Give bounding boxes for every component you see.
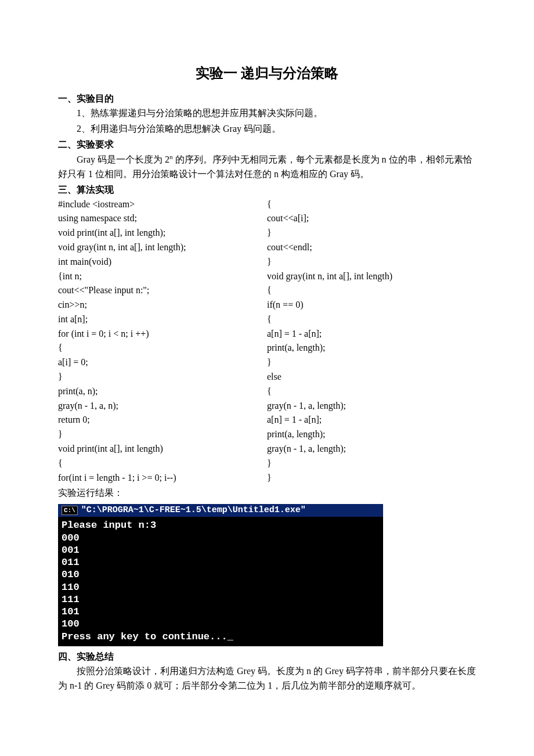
section-1-item-1: 1、熟练掌握递归与分治策略的思想并应用其解决实际问题。: [58, 106, 476, 121]
page-title: 实验一 递归与分治策略: [58, 64, 476, 82]
terminal-titlebar: C:\ "C:\PROGRA~1\C-FREE~1.5\temp\Untitle…: [58, 504, 383, 517]
terminal-title-text: "C:\PROGRA~1\C-FREE~1.5\temp\Untitled1.e…: [81, 505, 306, 515]
document-page: 实验一 递归与分治策略 一、实验目的 1、熟练掌握递归与分治策略的思想并应用其解…: [0, 0, 534, 729]
terminal-output-text: Please input n:3 000 001 011 010 110 111…: [62, 520, 233, 642]
terminal-window: C:\ "C:\PROGRA~1\C-FREE~1.5\temp\Untitle…: [58, 504, 383, 646]
code-column-right: { cout<<a[i]; } cout<<endl; } void gray(…: [267, 197, 476, 485]
section-3-heading: 三、算法实现: [58, 184, 476, 196]
section-1-heading: 一、实验目的: [58, 93, 476, 105]
terminal-output: Please input n:3 000 001 011 010 110 111…: [58, 517, 383, 643]
sec2-text-a: Gray 码是一个长度为 2: [77, 154, 169, 164]
section-2-heading: 二、实验要求: [58, 139, 476, 151]
terminal-icon: C:\: [62, 506, 78, 515]
section-1-item-2: 2、利用递归与分治策略的思想解决 Gray 码问题。: [58, 122, 476, 136]
code-column-left: #include <iostream> using namespace std;…: [58, 197, 267, 485]
result-label: 实验运行结果：: [58, 486, 476, 501]
section-4-paragraph: 按照分治策略设计，利用递归方法构造 Grey 码。长度为 n 的 Grey 码字…: [58, 664, 476, 693]
section-2-paragraph: Gray 码是一个长度为 2n 的序列。序列中无相同元素，每个元素都是长度为 n…: [58, 152, 476, 182]
code-block: #include <iostream> using namespace std;…: [58, 197, 476, 485]
section-4-heading: 四、实验总结: [58, 651, 476, 663]
